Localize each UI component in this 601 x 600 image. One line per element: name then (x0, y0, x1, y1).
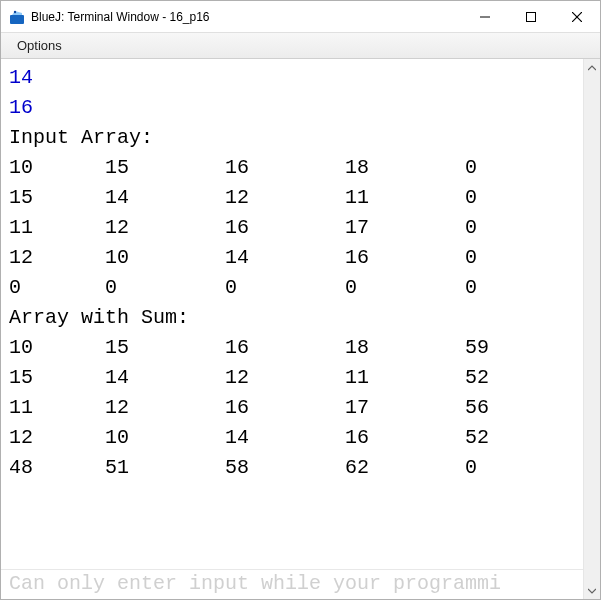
svg-line-4 (572, 12, 582, 22)
svg-point-1 (14, 10, 16, 12)
menu-bar: Options (1, 33, 600, 59)
window-titlebar: BlueJ: Terminal Window - 16_p16 (1, 1, 600, 33)
window-title: BlueJ: Terminal Window - 16_p16 (31, 10, 462, 24)
terminal-output[interactable]: 14 16 Input Array: 10 15 16 18 0 15 14 1… (1, 59, 583, 599)
input-hint: Can only enter input while your programm… (1, 569, 583, 599)
vertical-scrollbar[interactable] (583, 59, 600, 599)
minimize-button[interactable] (462, 1, 508, 32)
svg-rect-3 (527, 12, 536, 21)
menu-options[interactable]: Options (11, 36, 68, 55)
scroll-down-icon[interactable] (584, 582, 600, 599)
svg-line-5 (572, 12, 582, 22)
bluej-app-icon (9, 9, 25, 25)
scroll-up-icon[interactable] (584, 59, 600, 76)
maximize-button[interactable] (508, 1, 554, 32)
close-button[interactable] (554, 1, 600, 32)
terminal-area: 14 16 Input Array: 10 15 16 18 0 15 14 1… (1, 59, 600, 599)
window-controls (462, 1, 600, 32)
svg-rect-0 (10, 15, 24, 24)
